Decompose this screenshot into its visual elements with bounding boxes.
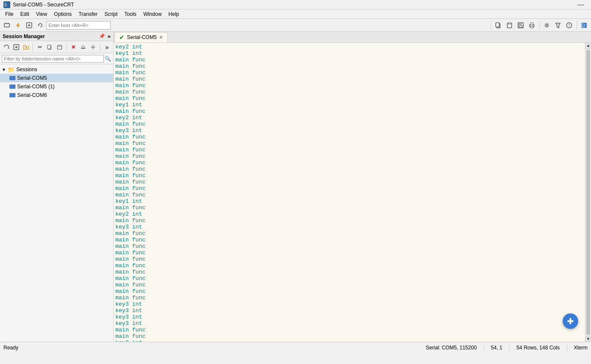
terminal-line: main func	[115, 256, 589, 262]
terminal-line: key2 int	[115, 340, 589, 342]
session-rename-btn[interactable]	[79, 42, 88, 52]
vertical-scrollbar[interactable]: ▲ ▼	[585, 43, 591, 342]
terminal-line: main func	[115, 237, 589, 243]
toolbar-extra[interactable]: D	[579, 20, 589, 30]
terminal-line: main func	[115, 82, 589, 89]
terminal-content[interactable]: key2 intkey1 intmain funcmain funcmain f…	[114, 43, 591, 342]
expand-icon[interactable]: »	[108, 33, 111, 39]
terminal-line: key1 int	[115, 198, 589, 205]
toolbar-new-session[interactable]	[24, 20, 34, 30]
terminal-line: key2 int	[115, 114, 589, 121]
terminal-line: main func	[115, 275, 589, 282]
host-input[interactable]	[46, 21, 111, 30]
content-area: ✔ Serial-COM5 ✕ key2 intkey1 intmain fun…	[114, 32, 591, 342]
session-delete-btn[interactable]: ✕	[69, 42, 78, 52]
svg-point-20	[546, 24, 548, 26]
terminal-line: main func	[115, 153, 589, 159]
pin-icon[interactable]: 📌	[99, 33, 105, 39]
tab-serial-com5[interactable]: ✔ Serial-COM5 ✕	[115, 32, 168, 42]
terminal-line: main func	[115, 108, 589, 114]
svg-marker-26	[8, 47, 9, 48]
terminal-line: key3 int	[115, 314, 589, 320]
session-search-btn[interactable]: 🔍	[104, 55, 112, 63]
toolbar-filter[interactable]	[553, 20, 563, 30]
terminal-line: main func	[115, 69, 589, 76]
tab-bar: ✔ Serial-COM5 ✕	[114, 32, 591, 43]
terminal-line: key3 int	[115, 127, 589, 134]
session-add-folder-btn[interactable]	[21, 42, 30, 52]
svg-rect-35	[58, 45, 61, 46]
toolbar-help[interactable]: ?	[564, 20, 574, 30]
svg-rect-13	[508, 23, 511, 24]
blue-circle-button[interactable]	[563, 313, 578, 329]
session-toolbar: ✂ ✕ »	[0, 41, 113, 53]
separator-1	[491, 21, 491, 30]
toolbar-settings[interactable]	[542, 20, 552, 30]
svg-text:S: S	[4, 3, 7, 7]
menu-help[interactable]: Help	[165, 10, 183, 18]
toolbar-print[interactable]	[527, 20, 537, 30]
menu-bar: File Edit View Options Transfer Script T…	[0, 9, 591, 19]
toolbar-paste[interactable]	[504, 20, 515, 30]
minimize-button[interactable]: —	[574, 1, 588, 9]
toolbar-connect-bar[interactable]	[2, 20, 12, 30]
terminal-line: main func	[115, 172, 589, 179]
menu-options[interactable]: Options	[51, 10, 75, 18]
toolbar-lightning[interactable]	[13, 20, 23, 30]
sep2	[66, 43, 67, 51]
sep3	[100, 43, 100, 51]
terminal-line: main func	[115, 333, 589, 340]
toolbar-save[interactable]	[516, 20, 526, 30]
toolbar-copy[interactable]	[493, 20, 504, 30]
terminal-line: key3 int	[115, 320, 589, 327]
session-filter-input[interactable]	[2, 55, 104, 63]
tree-item-serial-com5[interactable]: Serial-COM5	[0, 74, 113, 82]
terminal-line: main func	[115, 166, 589, 172]
tree-item-serial-com6[interactable]: Serial-COM6	[0, 91, 113, 99]
svg-marker-21	[556, 23, 560, 28]
menu-file[interactable]: File	[2, 10, 17, 18]
title-text: Serial-COM5 - SecureCRT	[13, 2, 574, 8]
menu-window[interactable]: Window	[140, 10, 165, 18]
scroll-down-btn[interactable]: ▼	[585, 336, 591, 342]
terminal-line: key3 int	[115, 301, 589, 307]
folder-expand-icon: ▼	[2, 67, 8, 72]
terminal-line: main func	[115, 288, 589, 295]
tree-item-serial-com5-1[interactable]: Serial-COM5 (1)	[0, 82, 113, 91]
session-connect-btn[interactable]	[2, 42, 11, 52]
tree-item-sessions-folder[interactable]: ▼ 📁 Sessions	[0, 65, 113, 74]
status-bar: Ready Serial: COM5, 115200 54, 1 54 Rows…	[0, 342, 591, 353]
session-manager-title: Session Manager	[3, 33, 99, 39]
main-layout: Session Manager 📌 » ✂ ✕	[0, 32, 591, 342]
app-icon: S	[3, 1, 10, 8]
menu-view[interactable]: View	[33, 10, 51, 18]
tab-close-btn[interactable]: ✕	[159, 35, 163, 40]
svg-rect-15	[519, 23, 522, 25]
terminal-line: main func	[115, 230, 589, 237]
session-tree: ▼ 📁 Sessions Serial-COM5 Serial-COM5 (1)…	[0, 64, 113, 342]
status-dimensions: 54 Rows, 148 Cols	[516, 345, 560, 351]
menu-edit[interactable]: Edit	[17, 10, 33, 18]
terminal-line: main func	[115, 217, 589, 224]
toolbar-reconnect[interactable]	[35, 20, 45, 30]
session-cut-btn[interactable]: ✂	[35, 42, 44, 52]
terminal-area[interactable]: key2 intkey1 intmain funcmain funcmain f…	[114, 43, 591, 342]
session-paste-btn[interactable]	[55, 42, 64, 52]
svg-rect-19	[531, 26, 533, 28]
session-copy-btn[interactable]	[45, 42, 54, 52]
session-more-btn[interactable]: »	[103, 42, 112, 52]
terminal-line: main func	[115, 282, 589, 288]
terminal-line: main func	[115, 140, 589, 147]
scroll-up-btn[interactable]: ▲	[585, 43, 591, 49]
svg-text:?: ?	[568, 23, 570, 28]
menu-script[interactable]: Script	[101, 10, 121, 18]
scroll-thumb[interactable]	[586, 50, 590, 335]
menu-transfer[interactable]: Transfer	[75, 10, 101, 18]
session-new-btn[interactable]	[12, 42, 21, 52]
session-icon-com5	[9, 76, 15, 80]
status-connection: Serial: COM5, 115200	[426, 345, 477, 351]
status-sep-3	[567, 345, 567, 351]
terminal-line: main func	[115, 121, 589, 127]
session-settings-btn[interactable]	[89, 42, 98, 52]
menu-tools[interactable]: Tools	[121, 10, 140, 18]
